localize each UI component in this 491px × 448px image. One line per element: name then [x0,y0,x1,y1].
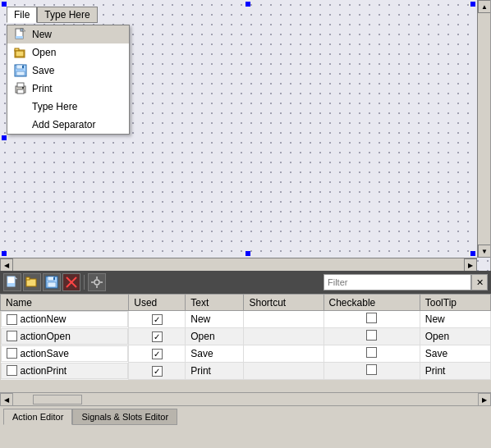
cell-tooltip: Open [420,328,490,345]
checkable-checkbox[interactable] [366,313,377,323]
cell-tooltip: New [420,311,490,328]
tab-signals-slots-editor[interactable]: Signals & Slots Editor [72,409,177,425]
svg-rect-14 [22,87,24,89]
scroll-right-arrow[interactable]: ▶ [464,258,477,271]
handle-bl[interactable] [2,251,7,256]
menu-new-label: New [32,29,52,40]
handle-tr[interactable] [470,2,475,7]
cell-used [129,328,186,345]
svg-rect-13 [17,89,24,94]
bottom-tab-bar: Action Editor Signals & Slots Editor [0,405,491,425]
used-checkbox[interactable] [152,349,163,359]
col-checkable: Checkable [324,295,420,311]
action-table-container: Name Used Text Shortcut Checkable ToolTi… [0,294,491,392]
cell-name: actionOpen [1,328,129,345]
menu-print-label: Print [32,83,53,94]
delete-action-btn[interactable] [62,273,80,291]
handle-tc[interactable] [246,2,250,7]
separator-icon [14,118,27,131]
menu-add-separator[interactable]: Add Separator [7,116,129,134]
handle-bc[interactable] [246,251,250,256]
menu-typehere[interactable]: Type Here [37,7,97,23]
svg-rect-9 [16,71,25,75]
name-checkbox[interactable] [7,331,17,341]
cell-shortcut [244,311,324,328]
designer-hscrollbar[interactable]: ◀ ▶ [0,258,477,271]
action-table: Name Used Text Shortcut Checkable ToolTi… [0,294,491,380]
cell-shortcut [244,345,324,363]
cell-used [129,363,186,380]
name-checkbox[interactable] [7,348,17,359]
cell-shortcut [244,328,324,345]
cell-text: Print [186,363,244,380]
checkable-checkbox[interactable] [366,330,377,341]
svg-rect-6 [16,51,24,57]
typehere-icon [14,100,27,113]
designer-menubar: File Type Here [7,7,98,23]
cell-used [129,311,186,328]
cell-tooltip: Print [420,363,490,380]
name-checkbox[interactable] [7,365,17,376]
filter-clear-btn[interactable]: ✕ [471,274,488,290]
scroll-up-arrow[interactable]: ▲ [478,0,491,13]
col-shortcut: Shortcut [244,295,324,311]
svg-rect-17 [7,283,15,286]
svg-rect-19 [26,277,30,280]
svg-rect-12 [17,83,24,87]
table-scroll-right[interactable]: ▶ [478,393,491,406]
file-dropdown: New Open Save [7,25,130,135]
svg-rect-10 [22,66,24,68]
menu-file[interactable]: File [7,7,37,23]
cell-tooltip: Save [420,345,490,363]
designer-vscrollbar[interactable]: ▲ ▼ [477,0,490,258]
scroll-down-arrow[interactable]: ▼ [478,245,491,258]
handle-ml[interactable] [2,135,7,140]
new-action-btn[interactable] [3,273,21,291]
cell-name: actionPrint [1,363,129,379]
svg-rect-8 [16,65,23,69]
cell-text: Open [186,328,244,345]
open-action-btn[interactable] [23,273,41,291]
used-checkbox[interactable] [152,314,163,325]
svg-marker-3 [23,29,25,31]
name-checkbox[interactable] [7,314,17,325]
toolbar-sep [84,275,85,290]
menu-print[interactable]: Print [7,80,129,98]
cell-shortcut [244,363,324,380]
cell-text: New [186,311,244,328]
settings-action-btn[interactable] [88,273,106,291]
used-checkbox[interactable] [152,366,163,377]
menu-typehere-label: Type Here [32,101,77,112]
table-row[interactable]: actionOpenOpenOpen [1,328,491,345]
menu-open[interactable]: Open [7,43,129,62]
menu-new[interactable]: New [7,25,129,43]
save-action-btn[interactable] [43,273,61,291]
cell-name: actionNew [1,311,129,327]
tab-action-editor[interactable]: Action Editor [3,409,72,425]
table-hscrollbar[interactable]: ◀ ▶ [0,392,491,405]
designer-canvas: File Type Here New [0,0,491,271]
filter-container: ✕ [324,274,488,290]
table-scroll-left[interactable]: ◀ [0,393,13,406]
filter-input[interactable] [324,274,471,290]
handle-br[interactable] [470,251,475,256]
col-used: Used [129,295,186,311]
open-icon [14,46,27,59]
menu-save-label: Save [32,65,54,76]
scroll-left-arrow[interactable]: ◀ [0,258,13,271]
menu-add-separator-label: Add Separator [32,119,95,130]
menu-save[interactable]: Save [7,62,129,80]
svg-rect-23 [53,277,55,280]
save-icon [14,64,27,77]
action-toolbar: ✕ [0,271,491,294]
table-header-row: Name Used Text Shortcut Checkable ToolTi… [1,295,491,311]
table-row[interactable]: actionSaveSaveSave [1,345,491,363]
checkable-checkbox[interactable] [366,364,377,375]
checkable-checkbox[interactable] [366,347,377,358]
table-scroll-thumb[interactable] [33,395,82,405]
table-row[interactable]: actionPrintPrintPrint [1,363,491,380]
svg-point-26 [94,280,99,285]
menu-typehere-item[interactable]: Type Here [7,98,129,116]
table-row[interactable]: actionNewNewNew [1,311,491,328]
used-checkbox[interactable] [152,331,163,342]
